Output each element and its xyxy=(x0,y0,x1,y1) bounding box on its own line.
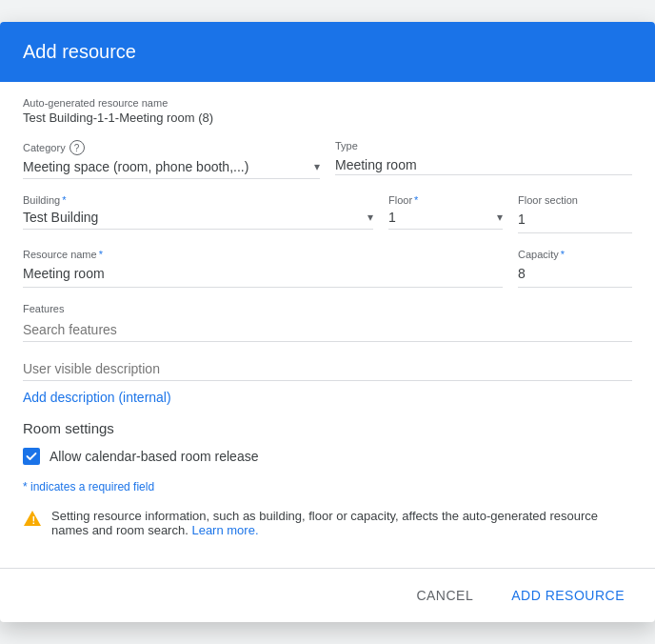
resource-name-label-row: Resource name * xyxy=(23,249,503,260)
add-resource-dialog: Add resource Auto-generated resource nam… xyxy=(0,22,655,622)
category-field: Category ? Meeting space (room, phone bo… xyxy=(23,140,320,179)
features-label: Features xyxy=(23,303,64,314)
dialog-title: Add resource xyxy=(23,41,632,63)
resource-name-required-star: * xyxy=(99,249,103,260)
building-label-row: Building * xyxy=(23,194,373,206)
dialog-body: Auto-generated resource name Test Buildi… xyxy=(0,82,655,568)
learn-more-link[interactable]: Learn more. xyxy=(191,523,258,537)
floor-required-star: * xyxy=(414,194,418,206)
floor-label: Floor xyxy=(388,194,412,206)
category-select-wrapper[interactable]: Meeting space (room, phone booth,...) ▾ xyxy=(23,159,320,179)
floor-dropdown-arrow[interactable]: ▾ xyxy=(497,211,503,224)
add-description-link[interactable]: Add description (internal) xyxy=(23,390,171,405)
calendar-release-checkbox[interactable] xyxy=(23,448,40,465)
building-floor-row: Building * Test Building ▾ Floor * 1 ▾ xyxy=(23,194,632,233)
required-note: * indicates a required field xyxy=(23,480,632,493)
building-label: Building xyxy=(23,194,60,206)
auto-generated-section: Auto-generated resource name Test Buildi… xyxy=(23,97,632,125)
category-type-row: Category ? Meeting space (room, phone bo… xyxy=(23,140,632,179)
capacity-input[interactable] xyxy=(518,264,632,283)
capacity-input-wrapper xyxy=(518,264,632,288)
auto-generated-value: Test Building-1-1-Meeting room (8) xyxy=(23,111,632,125)
svg-text:!: ! xyxy=(32,514,36,526)
resource-name-field: Resource name * xyxy=(23,249,503,288)
calendar-release-row: Allow calendar-based room release xyxy=(23,448,632,465)
resource-name-input[interactable] xyxy=(23,264,503,283)
floor-section-input[interactable] xyxy=(518,210,632,229)
resource-name-label: Resource name xyxy=(23,249,97,260)
floor-section-label-row: Floor section xyxy=(518,194,632,206)
floor-field: Floor * 1 ▾ xyxy=(388,194,503,233)
room-settings-title: Room settings xyxy=(23,420,632,436)
capacity-required-star: * xyxy=(561,249,565,260)
category-help-icon[interactable]: ? xyxy=(69,140,85,155)
warning-text: Setting resource information, such as bu… xyxy=(51,509,632,537)
type-label: Type xyxy=(335,140,358,151)
description-section xyxy=(23,357,632,381)
category-value: Meeting space (room, phone booth,...) xyxy=(23,159,314,174)
floor-select-wrapper[interactable]: 1 ▾ xyxy=(388,210,503,230)
type-label-row: Type xyxy=(335,140,632,151)
floor-section-field: Floor section xyxy=(518,194,632,233)
description-input[interactable] xyxy=(23,357,632,381)
capacity-field: Capacity * xyxy=(518,249,632,288)
building-value: Test Building xyxy=(23,210,367,225)
warning-icon: ! xyxy=(23,509,42,528)
room-settings-section: Room settings Allow calendar-based room … xyxy=(23,420,632,465)
type-field: Type Meeting room xyxy=(335,140,632,179)
floor-value: 1 xyxy=(388,210,497,225)
floor-section-label: Floor section xyxy=(518,194,578,206)
capacity-label: Capacity xyxy=(518,249,559,260)
resource-capacity-row: Resource name * Capacity * xyxy=(23,249,632,288)
floor-section-input-wrapper xyxy=(518,210,632,233)
calendar-release-label: Allow calendar-based room release xyxy=(50,449,258,464)
building-dropdown-arrow[interactable]: ▾ xyxy=(367,211,373,224)
required-star-note: * xyxy=(23,480,28,493)
capacity-label-row: Capacity * xyxy=(518,249,632,260)
building-required-star: * xyxy=(62,194,66,206)
required-note-text: indicates a required field xyxy=(30,480,154,493)
auto-generated-label: Auto-generated resource name xyxy=(23,97,632,109)
resource-name-input-wrapper xyxy=(23,264,503,288)
cancel-button[interactable]: CANCEL xyxy=(401,580,488,611)
floor-label-row: Floor * xyxy=(388,194,503,206)
category-label: Category xyxy=(23,142,66,153)
dialog-header: Add resource xyxy=(0,22,655,82)
type-value: Meeting room xyxy=(335,155,632,175)
building-select-wrapper[interactable]: Test Building ▾ xyxy=(23,210,373,230)
warning-message: Setting resource information, such as bu… xyxy=(51,509,598,537)
building-field: Building * Test Building ▾ xyxy=(23,194,373,233)
add-resource-button[interactable]: ADD RESOURCE xyxy=(496,580,640,611)
category-label-row: Category ? xyxy=(23,140,320,155)
features-search-input[interactable] xyxy=(23,318,632,342)
warning-section: ! Setting resource information, such as … xyxy=(23,509,632,537)
category-dropdown-arrow[interactable]: ▾ xyxy=(314,160,320,173)
features-label-row: Features xyxy=(23,303,632,314)
features-section: Features xyxy=(23,303,632,342)
dialog-footer: CANCEL ADD RESOURCE xyxy=(0,569,655,622)
